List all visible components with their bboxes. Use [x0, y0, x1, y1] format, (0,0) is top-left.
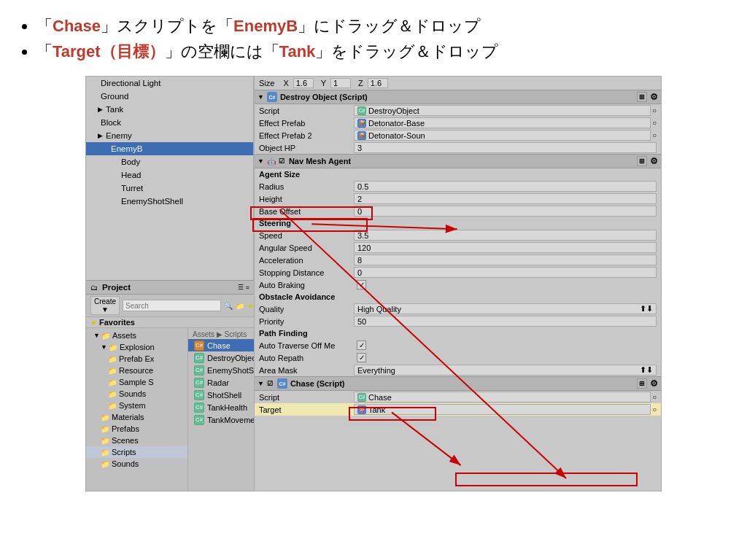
- chase-section-title: Chase (Script): [290, 379, 345, 388]
- p-item-samples[interactable]: 📁 Sample S: [86, 376, 187, 388]
- effect-prefab2-value[interactable]: 📦 Detonator-Soun: [354, 130, 651, 141]
- auto-braking-row: Auto Braking ✓: [255, 279, 661, 291]
- size-y-value[interactable]: 1: [330, 78, 351, 88]
- script-item-radar[interactable]: C# Radar: [188, 376, 254, 389]
- script-item-chase[interactable]: C# Chase: [188, 339, 254, 351]
- link-icon[interactable]: ○: [652, 119, 657, 127]
- hierarchy-item-enemyshotshell[interactable]: EnemyShotShell: [86, 195, 253, 208]
- destroy-section-title: Destroy Object (Script): [280, 93, 368, 101]
- hierarchy-item-directional-light[interactable]: Directional Light: [86, 77, 253, 90]
- acceleration-row: Acceleration 8: [255, 254, 661, 266]
- effect-prefab-value[interactable]: 📦 Detonator-Base: [354, 117, 651, 128]
- p-item-resources[interactable]: 📁 Resource: [86, 365, 187, 376]
- highlight-target: Target（目標）: [53, 42, 165, 61]
- scripts-path: Assets ▶ Scripts: [188, 330, 254, 339]
- nav-icon: 🤖: [267, 158, 276, 166]
- acceleration-value[interactable]: 8: [354, 254, 657, 265]
- hierarchy-item-head[interactable]: Head: [86, 168, 253, 182]
- quality-dropdown[interactable]: High Quality ⬆⬇: [354, 303, 657, 314]
- script-item-enemyshotshell[interactable]: C# EnemyShotShell: [188, 364, 254, 376]
- target-link-icon[interactable]: ○: [652, 405, 657, 413]
- object-hp-label: Object HP: [259, 144, 354, 152]
- p-item-system[interactable]: 📁 System: [86, 400, 187, 411]
- script-field-value[interactable]: C# DestroyObject: [354, 105, 651, 116]
- folder-icon: 📁: [108, 390, 117, 398]
- gear-chase-icon[interactable]: ⚙: [650, 378, 658, 389]
- p-item-sounds2[interactable]: 📁 Sounds: [86, 458, 187, 470]
- priority-value[interactable]: 50: [354, 316, 657, 327]
- checkbox-icon: ☑: [279, 158, 285, 165]
- hierarchy-item-block[interactable]: Block: [86, 116, 253, 129]
- p-item-materials[interactable]: 📁 Materials: [86, 411, 187, 423]
- p-item-scripts[interactable]: 📁 Scripts: [86, 446, 187, 458]
- p-item-scenes[interactable]: 📁 Scenes: [86, 435, 187, 446]
- auto-repath-label: Auto Repath: [259, 354, 354, 362]
- auto-braking-value: ✓: [354, 279, 657, 290]
- agent-size-label: Agent Size: [255, 168, 661, 180]
- create-button[interactable]: Create ▼: [90, 296, 120, 315]
- obstacle-label: Obstacle Avoidance: [255, 291, 661, 303]
- area-mask-dropdown[interactable]: Everything ⬆⬇: [354, 365, 657, 376]
- auto-braking-label: Auto Braking: [259, 281, 354, 289]
- auto-traverse-checkbox[interactable]: ✓: [357, 341, 366, 350]
- p-item-prefabex[interactable]: 📁 Prefab Ex: [86, 353, 187, 365]
- p-item-sounds[interactable]: 📁 Sounds: [86, 388, 187, 400]
- copy-chase-icon[interactable]: ⊞: [637, 378, 647, 389]
- gear-nav-icon[interactable]: ⚙: [650, 156, 658, 166]
- quality-label: Quality: [259, 305, 354, 314]
- script-item-tankmovement[interactable]: C# TankMovement: [188, 413, 254, 426]
- section-arrow-icon: ▼: [258, 158, 264, 165]
- hierarchy-item-turret[interactable]: Turret: [86, 182, 253, 195]
- link-icon2[interactable]: ○: [652, 131, 657, 139]
- stopping-distance-row: Stopping Distance 0: [255, 266, 661, 279]
- project-tree: ▼ 📁 Assets ▼ 📁 Explosion 📁 Prefab Ex: [86, 328, 188, 491]
- hierarchy-panel: Directional Light Ground ▶ Tank Block ▶ …: [86, 77, 254, 280]
- chase-script-value[interactable]: C# Chase: [354, 392, 651, 402]
- nav-mesh-section: ▼ 🤖 ☑ Nav Mesh Agent ⊞ ⚙: [255, 154, 661, 168]
- script-item-tankhealth[interactable]: C# TankHealth: [188, 401, 254, 413]
- link-icon[interactable]: ○: [652, 106, 657, 114]
- folder-icon: 📁: [101, 332, 110, 340]
- angular-speed-value[interactable]: 120: [354, 242, 657, 253]
- project-title: Project: [102, 283, 131, 292]
- gear-icon[interactable]: ⚙: [650, 92, 658, 102]
- auto-repath-checkbox[interactable]: ✓: [357, 353, 366, 362]
- search-input[interactable]: [123, 300, 221, 311]
- copy-component-icon[interactable]: ⊞: [637, 92, 647, 102]
- search-icon: 🔍: [224, 302, 233, 310]
- effect-prefab-label: Effect Prefab: [259, 119, 354, 128]
- object-hp-value[interactable]: 3: [354, 142, 657, 153]
- speed-value[interactable]: 3.5: [354, 230, 657, 241]
- base-offset-value[interactable]: 0: [354, 206, 657, 217]
- height-value[interactable]: 2: [354, 193, 657, 204]
- section-arrow-icon: ▼: [258, 93, 264, 101]
- hierarchy-item-enemy[interactable]: ▶ Enemy: [86, 129, 253, 142]
- arrow-icon: ▼: [101, 343, 107, 351]
- star-icon: ★: [247, 302, 254, 310]
- copy-nav-icon[interactable]: ⊞: [637, 156, 647, 166]
- target-value[interactable]: 🎯 Tank: [354, 404, 651, 415]
- chase-script-val-icon: C#: [357, 393, 366, 402]
- hierarchy-item-tank[interactable]: ▶ Tank: [86, 103, 253, 116]
- p-item-prefabs[interactable]: 📁 Prefabs: [86, 423, 187, 435]
- project-scripts: Assets ▶ Scripts C# Chase C# DestroyObje…: [188, 328, 254, 491]
- folder-icon: 📁: [108, 378, 117, 386]
- auto-braking-checkbox[interactable]: ✓: [357, 280, 366, 289]
- p-item-assets[interactable]: ▼ 📁 Assets: [86, 330, 187, 341]
- script-icon: C#: [194, 341, 204, 351]
- hierarchy-item-enemyb[interactable]: EnemyB: [86, 142, 253, 155]
- section-arrow-icon: ▼: [258, 380, 264, 387]
- radius-value[interactable]: 0.5: [354, 181, 657, 192]
- priority-label: Priority: [259, 317, 354, 326]
- script-item-destroyobject[interactable]: C# DestroyObject: [188, 351, 254, 364]
- hierarchy-item-body[interactable]: Body: [86, 155, 253, 168]
- area-mask-label: Area Mask: [259, 366, 354, 375]
- stopping-distance-value[interactable]: 0: [354, 267, 657, 278]
- size-x-value[interactable]: 1.6: [293, 78, 314, 88]
- size-z-value[interactable]: 1.6: [368, 78, 388, 88]
- hierarchy-item-ground[interactable]: Ground: [86, 90, 253, 103]
- chase-link-icon[interactable]: ○: [652, 393, 657, 401]
- p-item-explosion[interactable]: ▼ 📁 Explosion: [86, 341, 187, 353]
- stopping-distance-label: Stopping Distance: [259, 268, 354, 277]
- script-item-shotshell[interactable]: C# ShotShell: [188, 389, 254, 401]
